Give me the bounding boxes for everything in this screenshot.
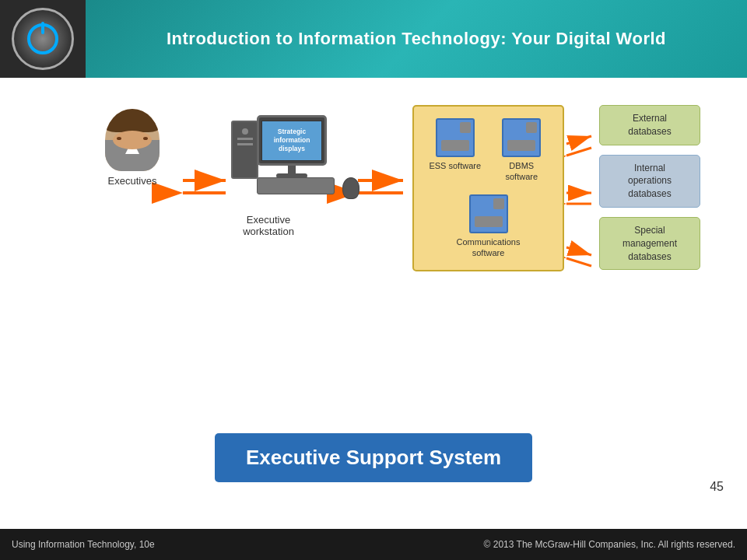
person-avatar [105, 109, 160, 171]
exec-figure: Executives [93, 109, 171, 187]
comm-label: Communicationssoftware [457, 236, 521, 259]
comm-floppy [469, 194, 508, 233]
page-number: 45 [710, 480, 724, 494]
ess-label: ESS software [429, 160, 481, 171]
logo-circle [12, 8, 74, 70]
person-eye-left [117, 137, 121, 140]
title-box: Executive Support System [215, 433, 532, 482]
monitor-screen: Strategicinformationdisplays [261, 121, 322, 161]
main-content: Executives Strategicinformationdisplays … [0, 78, 747, 529]
dbms-software-item: DBMS software [493, 118, 551, 183]
header: Introduction to Information Technology: … [0, 0, 747, 78]
internal-databases-box: Internaloperationsdatabases [599, 155, 700, 208]
ess-software-row: ESS software DBMS software [422, 118, 555, 183]
monitor-box: Strategicinformationdisplays [257, 115, 327, 166]
tower-slot [237, 138, 253, 140]
header-teal-bar: Introduction to Information Technology: … [86, 0, 747, 78]
computer-tower [231, 121, 258, 179]
header-logo [0, 0, 86, 78]
power-icon [27, 23, 58, 54]
monitor-screen-text: Strategicinformationdisplays [274, 128, 310, 153]
external-databases-box: Externaldatabases [599, 105, 700, 145]
title-box-text: Executive Support System [246, 446, 501, 469]
ess-software-box: ESS software DBMS software Communication… [412, 105, 564, 271]
footer: Using Information Technology, 10e © 2013… [0, 529, 747, 560]
tower-slot2 [237, 143, 253, 145]
databases-column: Externaldatabases Internaloperationsdata… [599, 105, 700, 270]
keyboard [257, 177, 335, 194]
ess-floppy [436, 118, 475, 157]
svg-line-13 [566, 258, 591, 266]
tower-power-button [242, 128, 248, 135]
monitor: Strategicinformationdisplays [257, 115, 327, 178]
ess-software-item: ESS software [426, 118, 484, 183]
person-hair [105, 109, 160, 132]
header-title: Introduction to Information Technology: … [167, 29, 666, 49]
special-databases-box: Specialmanagementdatabases [599, 217, 700, 270]
footer-left: Using Information Technology, 10e [12, 539, 155, 550]
svg-line-8 [566, 136, 591, 144]
footer-right: © 2013 The McGraw-Hill Companies, Inc. A… [484, 539, 735, 550]
dbms-floppy [502, 118, 541, 157]
special-db-label: Specialmanagementdatabases [622, 225, 677, 262]
mouse [342, 177, 359, 199]
svg-line-12 [566, 247, 591, 255]
external-db-label: Externaldatabases [628, 113, 671, 137]
dbms-label: DBMS software [493, 160, 551, 183]
internal-db-label: Internaloperationsdatabases [628, 163, 672, 200]
exec-label: Executives [108, 175, 157, 187]
person-eye-right [143, 137, 148, 140]
diagram-area: Executives Strategicinformationdisplays … [0, 78, 747, 381]
comm-software-row: Communicationssoftware [422, 194, 555, 259]
person-face [113, 131, 152, 149]
svg-line-9 [566, 148, 591, 156]
workstation-label: Executiveworkstation [222, 214, 315, 237]
comm-software-item: Communicationssoftware [459, 194, 517, 259]
monitor-stand [288, 166, 296, 173]
